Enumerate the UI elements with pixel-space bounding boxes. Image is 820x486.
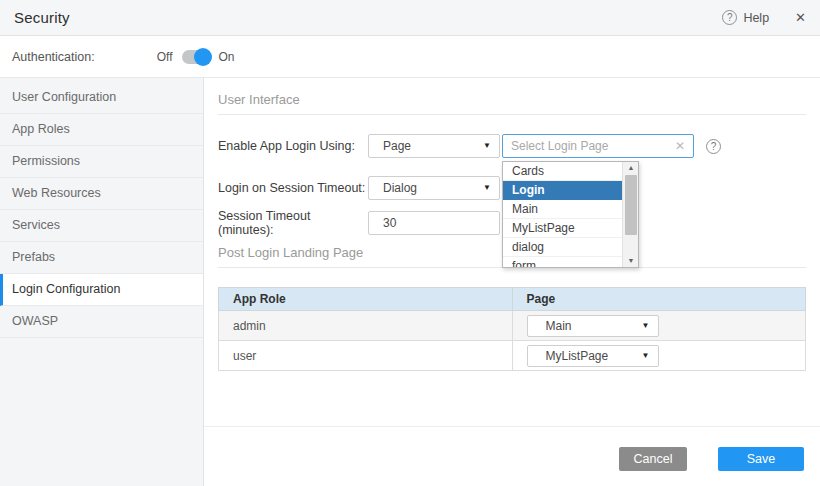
login-on-session-timeout-label: Login on Session Timeout: — [218, 181, 368, 195]
sidebar-item-login-configuration[interactable]: Login Configuration — [0, 274, 203, 306]
sidebar-item-app-roles[interactable]: App Roles — [0, 114, 203, 146]
sidebar-item-owasp[interactable]: OWASP — [0, 306, 203, 338]
field-help-icon[interactable]: ? — [706, 139, 721, 154]
help-link[interactable]: Help — [743, 11, 769, 25]
login-on-session-timeout-value: Dialog — [383, 181, 417, 195]
toggle-off-label: Off — [157, 50, 173, 64]
sidebar: User Configuration App Roles Permissions… — [0, 78, 204, 486]
authentication-bar: Authentication: Off On — [0, 36, 820, 78]
admin-page-value: Main — [546, 319, 572, 333]
sidebar-item-user-configuration[interactable]: User Configuration — [0, 82, 203, 114]
help-icon[interactable]: ? — [722, 10, 737, 25]
enable-app-login-label: Enable App Login Using: — [218, 139, 368, 153]
footer-actions: Cancel Save — [204, 426, 820, 471]
titlebar: Security ? Help ✕ — [0, 0, 820, 36]
dropdown-option-dialog[interactable]: dialog — [503, 238, 623, 257]
table-header-row: App Role Page — [219, 288, 806, 311]
security-dialog: Security ? Help ✕ Authentication: Off On… — [0, 0, 820, 486]
chevron-down-icon: ▼ — [642, 316, 650, 336]
chevron-down-icon: ▼ — [483, 177, 491, 199]
enable-app-login-select[interactable]: Page ▼ — [368, 134, 500, 158]
login-page-search-input[interactable] — [503, 139, 667, 153]
scroll-up-icon[interactable]: ▲ — [623, 162, 639, 174]
user-page-value: MyListPage — [546, 349, 609, 363]
dropdown-option-mylistpage[interactable]: MyListPage — [503, 219, 623, 238]
close-icon[interactable]: ✕ — [795, 10, 806, 25]
sidebar-item-permissions[interactable]: Permissions — [0, 146, 203, 178]
sidebar-item-web-resources[interactable]: Web Resources — [0, 178, 203, 210]
main-content: User Interface Enable App Login Using: P… — [204, 78, 820, 486]
login-page-combobox[interactable]: ✕ — [502, 134, 694, 158]
table-row: admin Main ▼ — [219, 311, 806, 341]
save-button[interactable]: Save — [718, 447, 804, 471]
sidebar-item-services[interactable]: Services — [0, 210, 203, 242]
scroll-down-icon[interactable]: ▼ — [623, 255, 639, 267]
admin-page-select[interactable]: Main ▼ — [527, 315, 659, 337]
sidebar-item-prefabs[interactable]: Prefabs — [0, 242, 203, 274]
table-row: user MyListPage ▼ — [219, 341, 806, 371]
login-on-session-timeout-select[interactable]: Dialog ▼ — [368, 176, 500, 200]
session-timeout-minutes-label: Session Timeout (minutes): — [218, 209, 368, 237]
dropdown-option-form[interactable]: form — [503, 257, 623, 268]
chevron-down-icon: ▼ — [642, 346, 650, 366]
dropdown-option-cards[interactable]: Cards — [503, 162, 623, 181]
enable-app-login-value: Page — [383, 139, 411, 153]
login-page-dropdown: Cards Login Main MyListPage dialog form … — [502, 161, 639, 268]
chevron-down-icon: ▼ — [483, 135, 491, 157]
user-page-select[interactable]: MyListPage ▼ — [527, 345, 659, 367]
column-header-app-role: App Role — [219, 288, 513, 311]
section-heading-user-interface: User Interface — [218, 92, 806, 115]
authentication-toggle[interactable] — [182, 50, 210, 64]
clear-icon[interactable]: ✕ — [667, 139, 693, 153]
page-title: Security — [14, 9, 70, 26]
session-timeout-minutes-value: 30 — [383, 216, 396, 230]
scrollbar-thumb[interactable] — [625, 175, 637, 235]
session-timeout-minutes-input[interactable]: 30 — [368, 211, 500, 235]
dropdown-option-main[interactable]: Main — [503, 200, 623, 219]
app-role-cell: user — [219, 341, 513, 371]
app-role-cell: admin — [219, 311, 513, 341]
dropdown-option-login[interactable]: Login — [503, 181, 623, 200]
authentication-label: Authentication: — [12, 50, 95, 64]
post-login-table: App Role Page admin Main ▼ — [218, 287, 806, 371]
cancel-button[interactable]: Cancel — [619, 447, 687, 471]
dropdown-scrollbar[interactable]: ▲ ▼ — [622, 162, 638, 267]
column-header-page: Page — [512, 288, 806, 311]
toggle-on-label: On — [219, 50, 235, 64]
toggle-knob — [194, 48, 212, 66]
